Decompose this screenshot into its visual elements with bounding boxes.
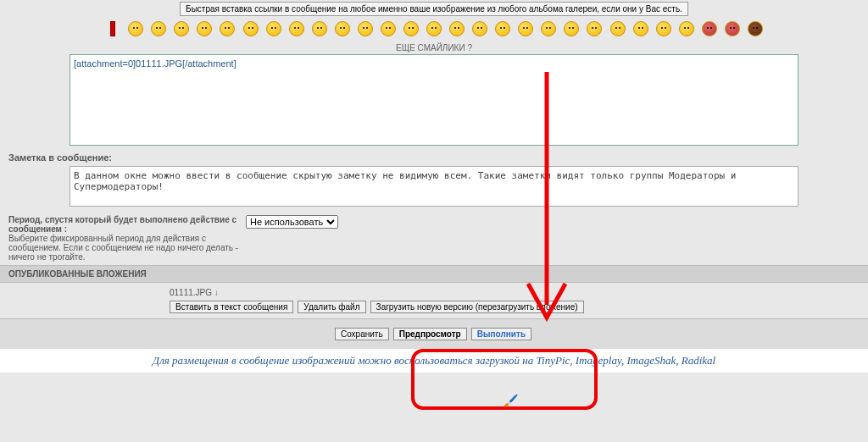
- period-select[interactable]: Не использовать: [246, 215, 338, 229]
- smiley-4[interactable]: [196, 21, 213, 38]
- smiley-palette: [0, 18, 868, 41]
- smiley-21[interactable]: [586, 21, 603, 38]
- attachments-header: ОПУБЛИКОВАННЫЕ ВЛОЖЕНИЯ: [0, 265, 868, 283]
- smiley-22[interactable]: [609, 21, 626, 38]
- gallery-hint: Быстрая вставка ссылки в сообщение на лю…: [180, 2, 688, 16]
- flag-icon[interactable]: [104, 21, 121, 38]
- more-smileys-link[interactable]: ЕЩЕ СМАЙЛИКИ ?: [0, 43, 868, 52]
- smiley-14[interactable]: [426, 21, 442, 38]
- note-textarea[interactable]: [70, 166, 798, 207]
- bottom-hint: Для размещения в сообщение изображений м…: [0, 349, 868, 373]
- insert-attachment-button[interactable]: Вставить в текст сообщения: [170, 301, 293, 313]
- smiley-18[interactable]: [517, 21, 534, 38]
- smiley-17[interactable]: [494, 21, 511, 38]
- smiley-5[interactable]: [219, 21, 236, 38]
- smiley-25[interactable]: [678, 21, 695, 38]
- smiley-20[interactable]: [563, 21, 580, 38]
- smiley-9[interactable]: [311, 21, 328, 38]
- smiley-3[interactable]: [173, 21, 190, 38]
- delete-attachment-button[interactable]: Удалить файл: [298, 301, 365, 313]
- preview-button[interactable]: Предпросмотр: [393, 328, 467, 340]
- smiley-1[interactable]: [127, 21, 144, 38]
- execute-button[interactable]: Выполнить: [471, 328, 531, 340]
- smiley-12[interactable]: [380, 21, 397, 38]
- smiley-devil[interactable]: [701, 21, 718, 38]
- smiley-2[interactable]: [150, 21, 167, 38]
- save-button[interactable]: Сохранить: [335, 328, 389, 340]
- smiley-7[interactable]: [265, 21, 282, 38]
- smiley-6[interactable]: [242, 21, 259, 38]
- smiley-15[interactable]: [448, 21, 465, 38]
- note-label: Заметка в сообщение:: [8, 152, 860, 163]
- smiley-devil2[interactable]: [724, 21, 741, 38]
- cursor-icon: 🖌️: [504, 394, 518, 407]
- smiley-24[interactable]: [655, 21, 672, 38]
- smiley-11[interactable]: [357, 21, 374, 38]
- smiley-dark[interactable]: [747, 21, 764, 38]
- reload-attachment-button[interactable]: Загрузить новую версию (перезагрузить вл…: [370, 301, 584, 313]
- smiley-10[interactable]: [334, 21, 351, 38]
- smiley-8[interactable]: [288, 21, 305, 38]
- smiley-16[interactable]: [471, 21, 488, 38]
- smiley-13[interactable]: [403, 21, 420, 38]
- smiley-19[interactable]: [540, 21, 557, 38]
- attachment-filename: 01111.JPG ↓: [170, 288, 860, 297]
- message-textarea[interactable]: [70, 54, 798, 146]
- smiley-23[interactable]: [632, 21, 649, 38]
- period-label: Период, спустя который будет выполнено д…: [8, 215, 246, 262]
